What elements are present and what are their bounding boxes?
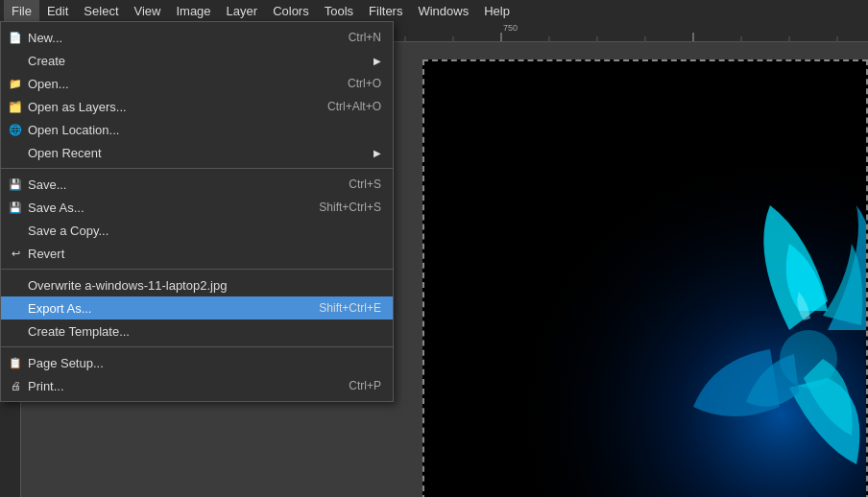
- svg-text:750: 750: [503, 23, 518, 33]
- menu-view[interactable]: View: [127, 0, 169, 21]
- menu-item-revert[interactable]: ↩ Revert: [1, 242, 393, 265]
- create-submenu-arrow: ▶: [374, 56, 381, 66]
- menu-item-open-layers[interactable]: 🗂️ Open as Layers... Ctrl+Alt+O: [1, 95, 393, 118]
- image-canvas: [422, 59, 868, 497]
- menu-edit[interactable]: Edit: [39, 0, 76, 21]
- menu-item-open-recent[interactable]: Open Recent ▶: [1, 141, 393, 164]
- menu-item-create-template[interactable]: Create Template...: [1, 320, 393, 343]
- menu-item-open-location[interactable]: 🌐 Open Location...: [1, 118, 393, 141]
- separator-3: [1, 346, 393, 347]
- menu-colors[interactable]: Colors: [265, 0, 317, 21]
- menu-item-print[interactable]: 🖨 Print... Ctrl+P: [1, 374, 393, 397]
- menu-file[interactable]: File: [4, 0, 39, 21]
- image-content: [424, 61, 866, 497]
- save-icon: 💾: [7, 178, 24, 191]
- open-location-icon: 🌐: [7, 124, 24, 136]
- separator-2: [1, 269, 393, 270]
- menubar: File Edit Select View Image Layer Colors…: [0, 0, 868, 21]
- file-dropdown: 📄 New... Ctrl+N Create ▶ 📁 Open... Ctrl+…: [0, 21, 394, 402]
- menu-windows[interactable]: Windows: [410, 0, 476, 21]
- wallpaper-background: [424, 61, 866, 497]
- menu-item-save-as[interactable]: 💾 Save As... Shift+Ctrl+S: [1, 196, 393, 219]
- menu-item-export-as[interactable]: Export As... Shift+Ctrl+E: [1, 296, 393, 320]
- new-icon: 📄: [7, 32, 24, 44]
- page-setup-icon: 📋: [7, 357, 24, 369]
- print-icon: 🖨: [7, 380, 24, 391]
- menu-filters[interactable]: Filters: [361, 0, 410, 21]
- menu-item-page-setup[interactable]: 📋 Page Setup...: [1, 351, 393, 374]
- menu-item-save-copy[interactable]: Save a Copy...: [1, 219, 393, 242]
- menu-tools[interactable]: Tools: [317, 0, 361, 21]
- wallpaper-svg: [424, 61, 866, 497]
- revert-icon: ↩: [7, 248, 24, 260]
- menu-item-save[interactable]: 💾 Save... Ctrl+S: [1, 173, 393, 196]
- menu-image[interactable]: Image: [168, 0, 218, 21]
- separator-1: [1, 168, 393, 169]
- menu-layer[interactable]: Layer: [219, 0, 266, 21]
- menu-item-overwrite[interactable]: Overwrite a-windows-11-laptop2.jpg: [1, 273, 393, 296]
- save-as-icon: 💾: [7, 201, 24, 214]
- open-icon: 📁: [7, 78, 24, 90]
- menu-item-new[interactable]: 📄 New... Ctrl+N: [1, 26, 393, 49]
- open-recent-arrow: ▶: [374, 148, 381, 158]
- menu-help[interactable]: Help: [476, 0, 518, 21]
- menu-select[interactable]: Select: [76, 0, 126, 21]
- menu-item-create[interactable]: Create ▶: [1, 49, 393, 72]
- menu-item-open[interactable]: 📁 Open... Ctrl+O: [1, 72, 393, 95]
- open-layers-icon: 🗂️: [7, 101, 24, 113]
